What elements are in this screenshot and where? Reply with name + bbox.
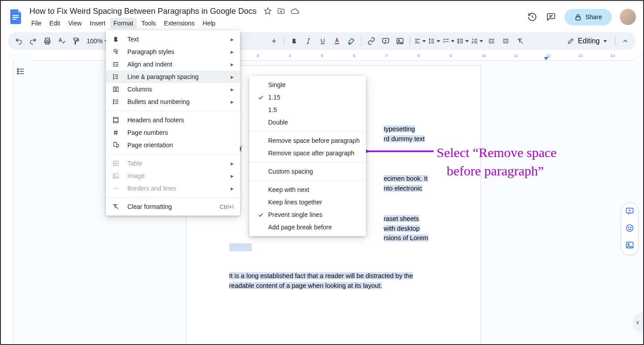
menu-text[interactable]: Text▸ (106, 33, 240, 46)
spacing-115[interactable]: 1.15 (249, 91, 366, 104)
svg-point-27 (114, 175, 116, 176)
align-button[interactable] (414, 35, 426, 47)
paragraph[interactable]: It is a long established fact that a rea… (229, 271, 438, 291)
document-title[interactable]: How to Fix Weird Spacing Between Paragra… (28, 6, 258, 17)
menu-tools[interactable]: Tools (138, 18, 160, 29)
menu-edit[interactable]: Edit (46, 18, 64, 29)
menu-insert[interactable]: Insert (86, 18, 109, 29)
menu-headers-footers[interactable]: Headers and footers (106, 114, 240, 126)
insert-link-button[interactable] (365, 35, 378, 47)
mode-switcher[interactable]: Editing (563, 35, 611, 47)
svg-point-11 (398, 40, 400, 41)
increase-indent-button[interactable] (500, 35, 512, 47)
menu-clear-formatting[interactable]: Clear formattingCtrl+\ (106, 200, 240, 213)
custom-spacing[interactable]: Custom spacing (249, 165, 366, 178)
remove-space-after-paragraph[interactable]: Remove space after paragraph (249, 147, 366, 159)
menu-line-paragraph-spacing[interactable]: Line & paragraph spacing▸ (106, 71, 240, 83)
print-button[interactable] (41, 35, 54, 47)
spacing-15[interactable]: 1.5 (249, 104, 366, 116)
move-folder-icon[interactable] (277, 7, 285, 15)
table-icon (112, 160, 121, 167)
svg-rect-3 (576, 17, 580, 20)
mode-label: Editing (578, 37, 600, 45)
line-spacing-submenu: Single 1.15 1.5 Double Remove space befo… (249, 76, 366, 236)
menu-bullets-numbering[interactable]: Bullets and numbering▸ (106, 96, 240, 108)
checklist-button[interactable] (442, 35, 455, 47)
menu-help[interactable]: Help (199, 18, 219, 29)
menu-divider (249, 131, 366, 132)
history-icon[interactable] (527, 12, 538, 22)
menu-format[interactable]: Format (110, 18, 137, 29)
show-outline-button[interactable] (16, 67, 25, 78)
highlight-color-button[interactable] (345, 35, 358, 47)
paint-format-button[interactable] (70, 35, 82, 47)
svg-point-30 (628, 227, 629, 228)
suggest-edits-icon[interactable] (625, 241, 634, 251)
svg-rect-23 (114, 117, 118, 123)
caret-down-icon (422, 40, 426, 42)
shortcut-label: Ctrl+\ (220, 204, 234, 210)
toolbar-separator (361, 36, 362, 46)
menu-paragraph-styles[interactable]: Paragraph styles▸ (106, 46, 240, 58)
collapse-toolbar-button[interactable] (619, 35, 631, 47)
font-size-increase-button[interactable] (268, 35, 280, 47)
pencil-icon (567, 37, 574, 45)
header-footer-icon (112, 116, 121, 124)
menu-align-indent[interactable]: Align and indent▸ (106, 58, 240, 71)
menu-extensions[interactable]: Extensions (160, 18, 198, 29)
svg-point-16 (17, 71, 19, 72)
star-icon[interactable] (264, 7, 272, 15)
comments-icon[interactable] (546, 12, 556, 22)
title-block: How to Fix Weird Spacing Between Paragra… (28, 6, 527, 29)
remove-space-before-paragraph[interactable]: Remove space before paragraph (249, 134, 366, 147)
bold-icon (112, 36, 121, 43)
prevent-single-lines[interactable]: Prevent single lines (249, 208, 366, 221)
svg-rect-1 (13, 17, 19, 18)
docs-logo-icon[interactable] (8, 8, 24, 26)
vertical-ruler[interactable] (7, 61, 13, 343)
menu-columns[interactable]: Columns▸ (106, 83, 240, 96)
align-icon (112, 61, 121, 68)
paragraph-icon (112, 48, 121, 55)
svg-rect-19 (116, 87, 118, 92)
orientation-icon (112, 141, 121, 149)
cloud-status-icon[interactable] (290, 7, 299, 16)
svg-point-29 (627, 225, 633, 232)
menu-page-orientation[interactable]: Page orientation (106, 139, 240, 151)
menu-borders-lines: Borders and lines▸ (106, 182, 240, 195)
menu-page-numbers[interactable]: Page numbers (106, 126, 240, 139)
spellcheck-button[interactable] (55, 35, 68, 47)
redo-button[interactable] (27, 35, 39, 47)
add-comment-button[interactable] (379, 35, 392, 47)
insert-image-button[interactable] (394, 35, 406, 47)
numbered-list-button[interactable] (471, 35, 484, 47)
add-comment-icon[interactable] (625, 207, 634, 217)
spacing-double[interactable]: Double (249, 116, 366, 129)
svg-rect-8 (335, 43, 340, 44)
menu-file[interactable]: File (28, 18, 45, 29)
add-page-break-before[interactable]: Add page break before (249, 221, 366, 233)
share-button[interactable]: Share (564, 9, 612, 25)
text-color-button[interactable] (331, 35, 343, 47)
bulleted-list-button[interactable] (457, 35, 469, 47)
clear-formatting-button[interactable] (514, 35, 526, 47)
menu-view[interactable]: View (65, 18, 85, 29)
spacing-single[interactable]: Single (249, 79, 366, 91)
decrease-indent-button[interactable] (485, 35, 498, 47)
toolbar-separator (615, 36, 615, 46)
lock-icon (574, 13, 582, 21)
bold-button[interactable] (288, 35, 300, 47)
line-spacing-button[interactable] (428, 35, 441, 47)
svg-rect-24 (114, 142, 117, 146)
svg-point-15 (17, 69, 19, 70)
italic-button[interactable] (302, 35, 315, 47)
emoji-reaction-icon[interactable] (625, 224, 634, 234)
header-right-cluster: Share (527, 9, 636, 25)
keep-lines-together[interactable]: Keep lines together (249, 196, 366, 208)
keep-with-next[interactable]: Keep with next (249, 183, 366, 196)
underline-button[interactable] (316, 35, 329, 47)
undo-button[interactable] (13, 35, 25, 47)
toolbar-separator (284, 36, 284, 46)
menu-divider (249, 180, 366, 181)
account-avatar[interactable] (620, 9, 636, 25)
